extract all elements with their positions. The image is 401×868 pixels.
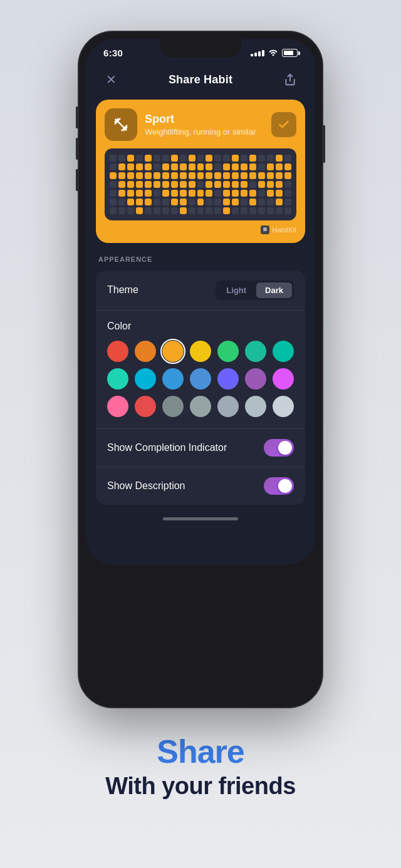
theme-dark-button[interactable]: Dark: [256, 282, 292, 298]
grid-dot: [136, 172, 143, 179]
grid-dot: [206, 207, 212, 214]
grid-dot: [249, 199, 256, 205]
grid-dot: [214, 207, 221, 214]
color-swatch-15[interactable]: [135, 396, 156, 417]
show-description-toggle[interactable]: [264, 477, 294, 495]
grid-dot: [110, 199, 117, 205]
color-swatch-17[interactable]: [190, 396, 211, 417]
color-swatch-12[interactable]: [245, 368, 266, 390]
grid-dot: [258, 155, 265, 162]
phone-shell: 6:30: [78, 31, 323, 708]
color-swatch-3[interactable]: [190, 341, 211, 362]
color-swatch-4[interactable]: [217, 341, 239, 362]
grid-dot: [267, 199, 274, 205]
color-swatch-0[interactable]: [107, 341, 128, 362]
color-section: Color: [96, 311, 305, 429]
toggle-thumb-2: [278, 479, 292, 493]
grid-dot: [127, 172, 134, 179]
grid-dot: [136, 155, 143, 162]
grid-dot: [127, 181, 134, 188]
habit-grid: [105, 148, 296, 220]
grid-dot: [258, 199, 265, 205]
grid-dot: [110, 172, 117, 179]
battery-icon: [282, 49, 298, 57]
color-swatch-18[interactable]: [217, 396, 239, 417]
grid-dot: [249, 190, 256, 197]
grid-dot: [162, 155, 169, 162]
toggle-thumb: [278, 441, 292, 455]
color-swatch-13[interactable]: [273, 368, 294, 390]
color-swatch-11[interactable]: [217, 368, 239, 390]
color-swatch-6[interactable]: [273, 341, 294, 362]
grid-dot: [127, 207, 134, 214]
grid-dot: [110, 207, 117, 214]
grid-dot: [154, 207, 160, 214]
color-swatch-7[interactable]: [107, 368, 128, 390]
color-swatch-1[interactable]: [135, 341, 156, 362]
color-swatch-2[interactable]: [162, 341, 184, 362]
grid-dot: [284, 172, 291, 179]
grid-dot: [258, 163, 265, 170]
grid-dot: [249, 172, 256, 179]
signal-icon: [251, 50, 264, 56]
habit-check-icon: [271, 112, 296, 137]
grid-dot: [249, 163, 256, 170]
color-swatch-16[interactable]: [162, 396, 184, 417]
grid-dot: [127, 190, 134, 197]
grid-dot: [145, 190, 152, 197]
habit-icon: [105, 108, 137, 141]
grid-dot: [284, 163, 291, 170]
grid-dot: [214, 199, 221, 205]
grid-dot: [267, 172, 274, 179]
grid-dot: [206, 199, 212, 205]
share-title: Share: [105, 733, 296, 770]
color-swatch-9[interactable]: [162, 368, 184, 390]
grid-dot: [180, 155, 187, 162]
grid-dot: [223, 155, 230, 162]
grid-dot: [258, 181, 265, 188]
grid-dot: [258, 190, 265, 197]
show-completion-toggle[interactable]: [264, 439, 294, 457]
grid-dot: [241, 190, 247, 197]
brand-icon: 🔲: [261, 225, 269, 234]
grid-dot: [284, 207, 291, 214]
grid-dot: [267, 163, 274, 170]
grid-dot: [162, 207, 169, 214]
grid-dot: [267, 181, 274, 188]
section-label: APPEARENCE: [96, 256, 305, 263]
grid-dot: [171, 172, 178, 179]
theme-row: Theme Light Dark: [96, 271, 305, 311]
grid-dot: [214, 190, 221, 197]
wifi-icon: [268, 48, 278, 58]
home-indicator: [163, 517, 238, 520]
color-swatch-5[interactable]: [245, 341, 266, 362]
grid-dot: [232, 207, 239, 214]
grid-dot: [276, 181, 283, 188]
color-swatch-10[interactable]: [190, 368, 211, 390]
phone-screen: 6:30: [86, 39, 315, 565]
close-button[interactable]: ✕: [101, 70, 121, 90]
habit-card-header: Sport Weightlifting, running or similar: [105, 108, 296, 141]
grid-dot: [189, 190, 195, 197]
color-swatch-19[interactable]: [245, 396, 266, 417]
grid-dot: [214, 155, 221, 162]
grid-dot: [241, 181, 247, 188]
theme-toggle[interactable]: Light Dark: [216, 281, 294, 300]
app-header: ✕ Share Habit: [86, 63, 315, 100]
grid-dot: [171, 155, 178, 162]
color-swatch-8[interactable]: [135, 368, 156, 390]
share-button[interactable]: [280, 70, 300, 90]
grid-dot: [276, 199, 283, 205]
grid-dot: [223, 199, 230, 205]
brand-label: 🔲 HabitKit: [105, 225, 296, 234]
grid-dot: [162, 172, 169, 179]
grid-dot: [189, 155, 195, 162]
grid-dot: [214, 181, 221, 188]
color-swatch-20[interactable]: [273, 396, 294, 417]
color-swatch-14[interactable]: [107, 396, 128, 417]
grid-dot: [110, 181, 117, 188]
grid-dot: [110, 163, 117, 170]
theme-light-button[interactable]: Light: [217, 282, 255, 298]
grid-dot: [180, 190, 187, 197]
grid-dot: [180, 207, 187, 214]
